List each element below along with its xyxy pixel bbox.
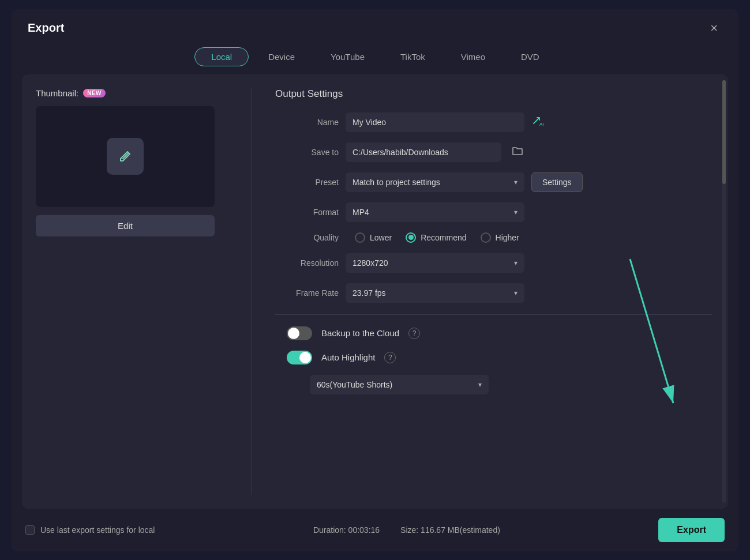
tab-tiktok[interactable]: TikTok bbox=[384, 47, 441, 66]
auto-highlight-toggle-knob bbox=[299, 352, 311, 363]
quality-higher-label: Higher bbox=[496, 233, 519, 242]
edit-button[interactable]: Edit bbox=[36, 215, 215, 236]
auto-highlight-sub-row: 60s(YouTube Shorts) ▾ bbox=[275, 375, 712, 394]
tab-youtube[interactable]: YouTube bbox=[314, 47, 381, 66]
new-badge: NEW bbox=[83, 89, 106, 97]
tab-vimeo[interactable]: Vimeo bbox=[445, 47, 501, 66]
dialog-header: Export × bbox=[12, 9, 738, 37]
name-label: Name bbox=[275, 118, 339, 127]
quality-recommend-label: Recommend bbox=[421, 233, 466, 242]
preset-select-wrapper: Match to project settings ▾ bbox=[346, 172, 524, 192]
auto-highlight-row: Auto Highlight ? bbox=[275, 351, 712, 364]
save-to-row: Save to bbox=[275, 142, 712, 162]
auto-highlight-sub-select-wrapper: 60s(YouTube Shorts) ▾ bbox=[310, 375, 489, 394]
scrollbar-thumb bbox=[722, 80, 726, 184]
frame-rate-select[interactable]: 23.97 fps bbox=[346, 283, 524, 303]
dialog-title: Export bbox=[28, 21, 64, 35]
settings-button[interactable]: Settings bbox=[531, 172, 583, 192]
quality-higher[interactable]: Higher bbox=[481, 232, 519, 243]
auto-highlight-help-icon[interactable]: ? bbox=[384, 352, 396, 363]
thumbnail-label-row: Thumbnail: NEW bbox=[36, 88, 106, 98]
duration-value: 00:03:16 bbox=[348, 525, 380, 535]
left-panel: Thumbnail: NEW Edit bbox=[22, 88, 247, 495]
folder-icon[interactable] bbox=[512, 145, 523, 159]
frame-rate-label: Frame Rate bbox=[275, 288, 339, 298]
resolution-row: Resolution 1280x720 ▾ bbox=[275, 253, 712, 273]
resolution-label: Resolution bbox=[275, 258, 339, 268]
tabs-row: Local Device YouTube TikTok Vimeo DVD bbox=[12, 37, 738, 74]
quality-radio-group: Lower Recommend Higher bbox=[355, 232, 519, 243]
backup-row: Backup to the Cloud ? bbox=[275, 326, 712, 340]
quality-label: Quality bbox=[275, 233, 339, 242]
thumbnail-icon bbox=[107, 138, 144, 175]
panel-divider bbox=[252, 88, 252, 495]
frame-rate-row: Frame Rate 23.97 fps ▾ bbox=[275, 283, 712, 303]
auto-highlight-label: Auto Highlight bbox=[321, 352, 375, 362]
backup-label: Backup to the Cloud bbox=[321, 328, 399, 338]
preset-select[interactable]: Match to project settings bbox=[346, 172, 524, 192]
thumbnail-label-text: Thumbnail: bbox=[36, 88, 78, 98]
tab-local[interactable]: Local bbox=[194, 47, 249, 66]
name-input[interactable] bbox=[346, 112, 524, 132]
format-select-wrapper: MP4 ▾ bbox=[346, 202, 524, 222]
save-to-label: Save to bbox=[275, 148, 339, 157]
section-title: Output Settings bbox=[275, 88, 712, 100]
separator bbox=[275, 314, 712, 315]
auto-highlight-sub-select[interactable]: 60s(YouTube Shorts) bbox=[310, 375, 489, 394]
quality-lower-radio[interactable] bbox=[355, 232, 365, 243]
quality-recommend[interactable]: Recommend bbox=[406, 232, 466, 243]
preset-row: Preset Match to project settings ▾ Setti… bbox=[275, 172, 712, 192]
duration-label: Duration: bbox=[313, 525, 346, 535]
quality-higher-radio[interactable] bbox=[481, 232, 491, 243]
quality-row: Quality Lower Recommend Higher bbox=[275, 232, 712, 243]
auto-highlight-toggle[interactable] bbox=[287, 351, 312, 364]
format-label: Format bbox=[275, 208, 339, 217]
frame-rate-select-wrapper: 23.97 fps ▾ bbox=[346, 283, 524, 303]
resolution-select[interactable]: 1280x720 bbox=[346, 253, 524, 273]
last-settings-checkbox[interactable] bbox=[25, 525, 35, 535]
backup-help-icon[interactable]: ? bbox=[408, 328, 420, 339]
scrollbar[interactable] bbox=[722, 80, 726, 503]
ai-icon[interactable]: AI bbox=[531, 114, 544, 130]
tab-device[interactable]: Device bbox=[252, 47, 311, 66]
footer-left: Use last export settings for local bbox=[25, 525, 155, 535]
quality-lower[interactable]: Lower bbox=[355, 232, 392, 243]
preset-label: Preset bbox=[275, 178, 339, 187]
backup-toggle[interactable] bbox=[287, 326, 312, 340]
size-label: Size: bbox=[400, 525, 418, 535]
format-row: Format MP4 ▾ bbox=[275, 202, 712, 222]
svg-text:AI: AI bbox=[539, 122, 544, 127]
quality-recommend-radio[interactable] bbox=[406, 232, 416, 243]
content-area: Thumbnail: NEW Edit Output Settings Name bbox=[22, 74, 728, 509]
resolution-select-wrapper: 1280x720 ▾ bbox=[346, 253, 524, 273]
save-to-input[interactable] bbox=[346, 142, 501, 162]
close-button[interactable]: × bbox=[706, 20, 722, 37]
format-select[interactable]: MP4 bbox=[346, 202, 524, 222]
footer-info: Duration: 00:03:16 Size: 116.67 MB(estim… bbox=[313, 525, 500, 535]
right-panel: Output Settings Name AI Save to bbox=[257, 88, 728, 495]
size-value: 116.67 MB(estimated) bbox=[421, 525, 500, 535]
last-settings-label: Use last export settings for local bbox=[40, 525, 155, 535]
thumbnail-preview bbox=[36, 106, 215, 207]
export-dialog: Export × Local Device YouTube TikTok Vim… bbox=[12, 9, 738, 551]
quality-lower-label: Lower bbox=[370, 233, 392, 242]
name-row: Name AI bbox=[275, 112, 712, 132]
duration-info: Duration: 00:03:16 bbox=[313, 525, 380, 535]
size-info: Size: 116.67 MB(estimated) bbox=[400, 525, 500, 535]
tab-dvd[interactable]: DVD bbox=[505, 47, 556, 66]
backup-toggle-knob bbox=[288, 328, 299, 339]
export-button[interactable]: Export bbox=[658, 518, 725, 542]
footer: Use last export settings for local Durat… bbox=[12, 509, 738, 551]
